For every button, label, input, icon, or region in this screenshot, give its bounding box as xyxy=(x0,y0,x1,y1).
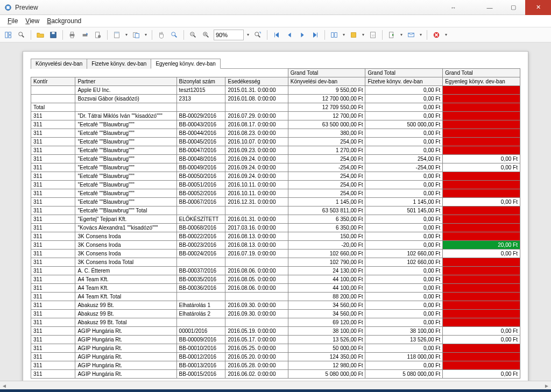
first-page-button[interactable] xyxy=(271,30,282,40)
report-tab[interactable]: Könyvelési dev-ban xyxy=(31,59,87,69)
export-button[interactable] xyxy=(386,30,397,40)
multipage-button[interactable] xyxy=(329,30,340,40)
next-page-button[interactable] xyxy=(297,30,308,40)
cell: 88 200,00 Ft xyxy=(288,293,365,301)
menu-file[interactable]: File xyxy=(4,16,21,26)
cell: 254,00 Ft xyxy=(288,155,365,163)
cell: Bozsvai Gábor (kisadózó) xyxy=(75,95,176,103)
cell xyxy=(443,318,520,327)
cell: 102 660,00 Ft xyxy=(365,250,443,258)
cell: 0,00 Ft xyxy=(365,103,443,112)
table-row: 311A4 Team Kft.BB-00035/20162016.08.05. … xyxy=(31,275,520,284)
report-tab[interactable]: Fizetve könyv. dev-ban xyxy=(87,59,151,69)
cell: 311 xyxy=(31,215,75,224)
table-row: 311"Eetcafé ""Blauwbrug"""BB-00048/20162… xyxy=(31,155,520,163)
last-page-button[interactable] xyxy=(310,30,321,40)
svg-rect-16 xyxy=(115,32,119,33)
cell xyxy=(443,146,520,155)
cell: 311 xyxy=(31,163,75,172)
resize-handle-icon[interactable]: ↔ xyxy=(450,4,456,11)
zoom-in-button[interactable] xyxy=(201,30,211,40)
workspace[interactable]: Könyvelési dev-banFizetve könyv. dev-ban… xyxy=(0,42,551,381)
close-button[interactable]: ✕ xyxy=(525,0,551,15)
cell: AGIP Hungária Rt. xyxy=(75,361,176,370)
cell: 2016.07.29. 0:00:00 xyxy=(225,112,288,120)
svg-point-28 xyxy=(255,32,259,35)
header-footer-button[interactable] xyxy=(111,30,122,40)
magnifier-button[interactable] xyxy=(169,30,180,40)
scale-dropdown[interactable]: ▾ xyxy=(144,32,148,37)
email-dropdown[interactable]: ▾ xyxy=(419,32,423,37)
table-row: 3113K Consens IrodaBB-00023/20162016.08.… xyxy=(31,241,520,250)
save-button[interactable] xyxy=(48,30,59,40)
table-row: 311"Eetcafé ""Blauwbrug"""BB-00049/20162… xyxy=(31,163,520,172)
zoom-fit-button[interactable] xyxy=(252,30,263,40)
cell: 2016.06.02. 0:00:00 xyxy=(225,370,288,379)
thumbnails-button[interactable] xyxy=(3,30,14,40)
watermark-button[interactable]: W xyxy=(368,30,378,40)
cell: "Eetcafé ""Blauwbrug""" xyxy=(75,155,176,163)
cell: "Eetcafé ""Blauwbrug""" xyxy=(75,189,176,198)
cell: 102 660,00 Ft xyxy=(288,250,365,258)
cell: 2016.05.17. 0:00:00 xyxy=(225,336,288,344)
zoom-out-button[interactable] xyxy=(188,30,199,40)
multipage-dropdown[interactable]: ▾ xyxy=(342,32,346,37)
cell: 6 350,00 Ft xyxy=(288,215,365,224)
cell: 0,00 Ft xyxy=(365,241,443,250)
cell: 254,00 Ft xyxy=(365,155,443,163)
cell: Elhatárolás 2 xyxy=(176,310,225,318)
cell: 2016.08.05. 0:00:00 xyxy=(225,275,288,284)
minimize-button[interactable]: — xyxy=(478,0,501,15)
cell xyxy=(443,267,520,275)
svg-rect-32 xyxy=(351,32,356,37)
col-fizetve: Fizetve könyv. dev-ban xyxy=(365,77,443,86)
cell: BB-00068/2016 xyxy=(176,224,225,232)
cell: 0,00 Ft xyxy=(365,284,443,293)
table-row: 311A4 Team Kft. Total88 200,00 Ft0,00 Ft xyxy=(31,293,520,301)
menu-view[interactable]: View xyxy=(22,16,43,26)
email-button[interactable] xyxy=(406,30,416,40)
report-tab[interactable]: Egyenleg könyv. dev-ban xyxy=(151,59,221,69)
scroll-left-icon[interactable]: ◄ xyxy=(0,381,9,390)
cell: 2016.05.25. 0:00:00 xyxy=(225,344,288,353)
svg-rect-31 xyxy=(335,32,337,37)
color-button[interactable] xyxy=(348,30,359,40)
scroll-right-icon[interactable]: ► xyxy=(542,381,551,390)
cell: BB-00043/2016 xyxy=(176,120,225,129)
maximize-button[interactable]: ▢ xyxy=(501,0,525,15)
export-dropdown[interactable]: ▾ xyxy=(399,32,404,37)
cell: 5 080 000,00 Ft xyxy=(365,370,443,379)
prev-page-button[interactable] xyxy=(284,30,295,40)
svg-rect-11 xyxy=(70,35,73,38)
cell: A4 Team Kft. xyxy=(75,284,176,293)
menu-background[interactable]: Background xyxy=(44,16,84,26)
cell xyxy=(443,361,520,370)
cell: 3K Consens Iroda xyxy=(75,241,176,250)
cell: 0,00 Ft xyxy=(443,250,520,258)
cell xyxy=(443,275,520,284)
toolbar: ▾ ▾ ▾ ▾ ▾ W ▾ ▾ ▾ xyxy=(0,27,551,42)
close-preview-button[interactable] xyxy=(431,30,442,40)
cell: "Eetcafé ""Blauwbrug""" xyxy=(75,172,176,181)
cell: 0,00 Ft xyxy=(443,370,520,379)
cell: BB-00029/2016 xyxy=(176,112,225,120)
zoom-input[interactable] xyxy=(214,30,244,40)
horizontal-scrollbar[interactable]: ◄ ► xyxy=(0,381,551,389)
header-footer-dropdown[interactable]: ▾ xyxy=(124,32,129,37)
cell: 254,00 Ft xyxy=(288,189,365,198)
close-preview-dropdown[interactable]: ▾ xyxy=(444,32,448,37)
open-button[interactable] xyxy=(35,30,46,40)
find-button[interactable] xyxy=(16,30,27,40)
page-setup-button[interactable] xyxy=(93,30,103,40)
color-dropdown[interactable]: ▾ xyxy=(361,32,365,37)
cell xyxy=(443,95,520,103)
cell xyxy=(443,258,520,267)
print-button[interactable] xyxy=(67,30,77,40)
cell: 2016.12.31. 0:00:00 xyxy=(225,198,288,206)
scale-button[interactable] xyxy=(131,30,142,40)
hand-tool-button[interactable] xyxy=(156,30,167,40)
cell xyxy=(443,120,520,129)
quick-print-button[interactable] xyxy=(80,30,90,40)
zoom-dropdown[interactable]: ▾ xyxy=(246,32,250,37)
report-page: Könyvelési dev-banFizetve könyv. dev-ban… xyxy=(23,51,528,381)
